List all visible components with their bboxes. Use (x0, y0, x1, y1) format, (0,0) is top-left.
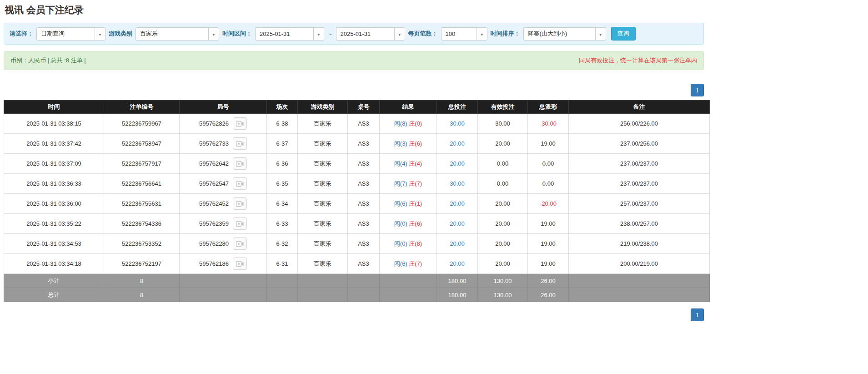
cell-result: 闲(3) 庄(6) (380, 134, 437, 154)
video-replay-icon (236, 201, 244, 207)
result-banker: 庄(4) (409, 160, 422, 167)
summary-empty-round (180, 288, 267, 302)
date-from-dropdown-button[interactable]: ▼ (313, 27, 324, 40)
summary-empty-game (298, 274, 348, 288)
cell-total-bet: 20.00 (437, 134, 478, 154)
table-summary-row: 总计 8 180.00 130.00 26.00 (4, 288, 710, 302)
pagination-bottom: 1 (4, 308, 704, 321)
cell-session: 6-35 (267, 174, 298, 194)
replay-button[interactable] (233, 217, 247, 230)
cell-bet-id: 522236757917 (104, 154, 180, 174)
cell-game-type: 百家乐 (298, 154, 348, 174)
cell-valid-bet: 0.00 (478, 174, 528, 194)
round-id: 595762826 (199, 120, 229, 127)
cell-remark: 256.00/226.00 (569, 114, 710, 134)
table-body: 2025-01-31 03:38:15 522236759967 5957628… (4, 114, 710, 274)
page-button[interactable]: 1 (691, 308, 704, 321)
total-bet-link[interactable]: 20.00 (450, 260, 465, 267)
cell-table-no: AS3 (348, 134, 380, 154)
page-title: 视讯 会员下注纪录 (5, 4, 704, 16)
cell-result: 闲(0) 庄(6) (380, 214, 437, 234)
summary-label: 小计 (4, 274, 104, 288)
total-bet-link[interactable]: 20.00 (450, 240, 465, 247)
cell-total-bet: 20.00 (437, 254, 478, 274)
cell-game-type: 百家乐 (298, 254, 348, 274)
cell-bet-id: 522236759967 (104, 114, 180, 134)
total-bet-link[interactable]: 30.00 (450, 120, 465, 127)
round-id: 595762186 (199, 260, 229, 267)
page-button[interactable]: 1 (691, 84, 704, 96)
cell-valid-bet: 20.00 (478, 134, 528, 154)
column-header: 时间 (4, 101, 104, 114)
result-player: 闲(0) (394, 220, 407, 227)
video-replay-icon (236, 161, 244, 167)
cell-game-type: 百家乐 (298, 174, 348, 194)
round-id: 595762733 (199, 140, 229, 147)
summary-empty-result (380, 274, 437, 288)
result-banker: 庄(7) (409, 260, 422, 267)
column-header: 有效投注 (478, 101, 528, 114)
result-banker: 庄(7) (409, 180, 422, 187)
sort-input[interactable] (523, 27, 595, 40)
query-button[interactable]: 查询 (611, 27, 636, 40)
replay-button[interactable] (233, 238, 247, 250)
video-replay-icon (236, 261, 244, 267)
replay-button[interactable] (233, 157, 247, 170)
cell-payout: 19.00 (528, 254, 569, 274)
cell-valid-bet: 0.00 (478, 154, 528, 174)
cell-round: 595762826 (180, 114, 267, 134)
pagination-top: 1 (4, 84, 704, 96)
cell-result: 闲(8) 庄(0) (380, 114, 437, 134)
query-type-input[interactable] (36, 27, 95, 40)
summary-valid-bet: 130.00 (478, 274, 528, 288)
page-size-input[interactable] (441, 27, 477, 40)
total-bet-link[interactable]: 20.00 (450, 140, 465, 147)
replay-button[interactable] (233, 258, 247, 270)
summary-total-bet: 180.00 (437, 288, 478, 302)
game-type-input[interactable] (135, 27, 208, 40)
summary-payout: 26.00 (528, 288, 569, 302)
cell-session: 6-34 (267, 194, 298, 214)
date-range-separator: ~ (328, 30, 332, 37)
summary-remark (569, 274, 710, 288)
page-size-dropdown-button[interactable]: ▼ (477, 27, 487, 40)
result-player: 闲(7) (394, 180, 407, 187)
cell-total-bet: 20.00 (437, 154, 478, 174)
date-to-input[interactable] (336, 27, 394, 40)
query-type-dropdown-button[interactable]: ▼ (95, 27, 105, 40)
total-bet-link[interactable]: 20.00 (450, 160, 465, 167)
game-type-dropdown-button[interactable]: ▼ (208, 27, 219, 40)
replay-button[interactable] (233, 137, 247, 150)
date-to-dropdown-button[interactable]: ▼ (394, 27, 405, 40)
result-player: 闲(6) (394, 260, 407, 267)
cell-bet-id: 522236754336 (104, 214, 180, 234)
summary-empty-game (298, 288, 348, 302)
date-from-input[interactable] (255, 27, 313, 40)
cell-remark: 219.00/238.00 (569, 234, 710, 254)
cell-result: 闲(4) 庄(4) (380, 154, 437, 174)
result-banker: 庄(8) (409, 240, 422, 247)
cell-valid-bet: 20.00 (478, 254, 528, 274)
replay-button[interactable] (233, 177, 247, 190)
cell-time: 2025-01-31 03:34:53 (4, 234, 104, 254)
chevron-down-icon: ▼ (212, 33, 216, 37)
column-header: 注单编号 (104, 101, 180, 114)
cell-total-bet: 30.00 (437, 114, 478, 134)
column-header: 备注 (569, 101, 710, 114)
cell-valid-bet: 20.00 (478, 214, 528, 234)
total-bet-link[interactable]: 20.00 (450, 200, 465, 207)
result-banker: 庄(0) (409, 120, 422, 127)
total-bet-link[interactable]: 30.00 (450, 180, 465, 187)
replay-button[interactable] (233, 197, 247, 210)
sort-dropdown-button[interactable]: ▼ (595, 27, 606, 40)
cell-total-bet: 20.00 (437, 214, 478, 234)
summary-total-bet: 180.00 (437, 274, 478, 288)
summary-empty-session (267, 274, 298, 288)
cell-total-bet: 30.00 (437, 174, 478, 194)
replay-button[interactable] (233, 117, 247, 130)
column-header: 场次 (267, 101, 298, 114)
cell-table-no: AS3 (348, 114, 380, 134)
total-bet-link[interactable]: 20.00 (450, 220, 465, 227)
table-summary-row: 小计 8 180.00 130.00 26.00 (4, 274, 710, 288)
cell-table-no: AS3 (348, 154, 380, 174)
